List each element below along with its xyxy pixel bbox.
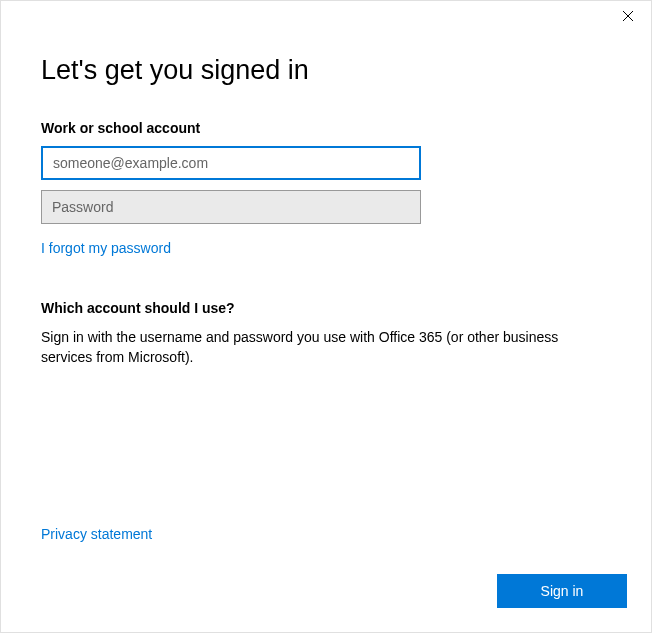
- button-row: Sign in: [41, 574, 627, 608]
- signin-button[interactable]: Sign in: [497, 574, 627, 608]
- footer: Privacy statement Sign in: [41, 526, 627, 608]
- help-body: Sign in with the username and password y…: [41, 328, 611, 367]
- password-field[interactable]: [41, 190, 421, 224]
- content-area: Let's get you signed in Work or school a…: [1, 31, 651, 367]
- titlebar: [1, 1, 651, 31]
- email-field[interactable]: [41, 146, 421, 180]
- close-icon: [623, 11, 633, 21]
- page-title: Let's get you signed in: [41, 55, 611, 86]
- forgot-password-link[interactable]: I forgot my password: [41, 240, 171, 256]
- close-button[interactable]: [605, 1, 651, 31]
- help-heading: Which account should I use?: [41, 300, 611, 316]
- account-label: Work or school account: [41, 120, 611, 136]
- privacy-statement-link[interactable]: Privacy statement: [41, 526, 627, 542]
